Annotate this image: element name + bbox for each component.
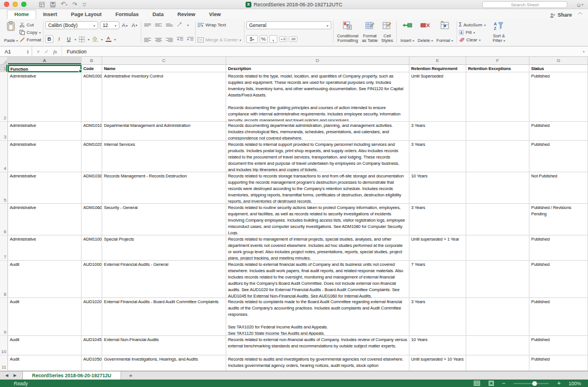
cell-F6[interactable] [466, 204, 529, 235]
row-header-3[interactable]: 3 [0, 122, 8, 141]
cell-C10[interactable]: External Non-Financial Audits [102, 336, 226, 355]
cell-E3[interactable]: 3 Years [409, 122, 466, 141]
format-cells-button[interactable]: Format ▾ [435, 20, 455, 44]
save-icon[interactable] [50, 2, 56, 7]
close-window-button[interactable] [4, 2, 9, 7]
cell-A10[interactable]: Audit [8, 336, 82, 355]
cell-C9[interactable]: External Financial Audits - Board Audit … [102, 298, 226, 336]
share-button[interactable]: Share [550, 12, 572, 18]
row-header-8[interactable]: 8 [0, 261, 8, 298]
cell-G6[interactable]: Published / Revisions Pending [529, 204, 588, 235]
cell-A3[interactable]: Administrative [8, 122, 82, 141]
cell-D6[interactable]: Records related to routine security acti… [226, 204, 409, 235]
cell-F1[interactable]: Retention Exceptions [466, 65, 529, 72]
cell-G5[interactable]: Not Published [529, 172, 588, 204]
cell-D4[interactable]: Records related to internal support prov… [226, 141, 409, 172]
insert-function-icon[interactable]: fx [53, 49, 57, 55]
cell-B6[interactable]: ADM1060 [82, 204, 102, 235]
cell-F9[interactable] [466, 298, 529, 336]
wrap-text-button[interactable]: Wrap Text [198, 21, 242, 28]
column-header-G[interactable]: G [529, 57, 588, 65]
number-format-select[interactable]: General▾ [246, 21, 331, 29]
new-sheet-icon[interactable] [39, 2, 45, 7]
cell-B8[interactable]: AUD1000 [82, 261, 102, 298]
align-top-icon[interactable] [144, 24, 151, 26]
zoom-out-button[interactable]: − [502, 381, 506, 386]
increase-font-icon[interactable]: A▲ [121, 21, 129, 29]
copy-button[interactable]: Copy ▾ [20, 29, 41, 36]
cell-A2[interactable]: Administrative [8, 72, 82, 122]
cell-C3[interactable]: Departmental Management and Administrati… [102, 122, 226, 141]
decrease-font-icon[interactable]: A▼ [131, 21, 139, 29]
cell-D9[interactable]: Records related to complaints made to th… [226, 298, 409, 336]
undo-icon[interactable]: ↶▾ [61, 1, 67, 7]
column-header-A[interactable]: A [8, 57, 82, 65]
cell-A8[interactable]: Audit [8, 261, 82, 298]
cell-D5[interactable]: Records related to records storage trans… [226, 172, 409, 204]
name-box[interactable]: A1 ▲▼ [0, 47, 32, 56]
align-middle-icon[interactable] [155, 24, 162, 26]
cut-button[interactable]: Cut [20, 21, 41, 28]
cell-F5[interactable] [466, 172, 529, 204]
cell-B9[interactable]: AUD1020 [82, 298, 102, 336]
cell-B1[interactable]: Code [82, 65, 102, 72]
cancel-entry-icon[interactable]: × [37, 49, 40, 55]
cell-E10[interactable]: 10 Years [409, 336, 466, 355]
cell-F10[interactable] [466, 336, 529, 355]
orientation-icon[interactable] [177, 21, 183, 28]
name-box-stepper[interactable]: ▲▼ [26, 49, 29, 54]
cell-B11[interactable]: AUD1050 [82, 355, 102, 371]
tab-formulas[interactable]: Formulas [109, 10, 146, 19]
cell-A5[interactable]: Administrative [8, 172, 82, 204]
cell-B3[interactable]: ADM1010 [82, 122, 102, 141]
cell-C1[interactable]: Name [102, 65, 226, 72]
currency-format-button[interactable]: $▾ [246, 35, 258, 43]
cell-B2[interactable]: ADM1000 [82, 72, 102, 122]
fill-color-icon[interactable] [91, 35, 99, 43]
cell-C5[interactable]: Records Management - Records Destruction [102, 172, 226, 204]
cell-C11[interactable]: Governmental Investigations, Hearings, a… [102, 355, 226, 371]
cell-G9[interactable]: Published [529, 298, 588, 336]
next-sheet-icon[interactable]: ▶ [13, 373, 16, 378]
paste-button[interactable]: Paste ▾ [2, 20, 20, 44]
row-header-7[interactable]: 7 [0, 235, 8, 261]
cell-F11[interactable] [466, 355, 529, 371]
decrease-decimal-icon[interactable]: .00 [289, 36, 297, 42]
column-header-F[interactable]: F [466, 57, 529, 65]
zoom-slider[interactable] [513, 383, 549, 384]
column-header-D[interactable]: D [226, 57, 409, 65]
confirm-entry-icon[interactable]: ✓ [44, 49, 49, 55]
cell-E1[interactable]: Retention Requirement [409, 65, 466, 72]
percent-format-button[interactable]: % [260, 35, 268, 43]
borders-icon[interactable] [78, 35, 86, 43]
cell-F8[interactable] [466, 261, 529, 298]
cell-E7[interactable]: Until superseded + 1 Year [409, 235, 466, 261]
cell-G3[interactable]: Published [529, 122, 588, 141]
cell-G4[interactable]: Published [529, 141, 588, 172]
zoom-window-button[interactable] [21, 2, 26, 7]
font-name-select[interactable]: Calibri (Body)▾ [45, 21, 98, 29]
cell-B7[interactable]: ADM1100 [82, 235, 102, 261]
format-painter-button[interactable]: Format [20, 36, 41, 43]
row-header-4[interactable]: 4 [0, 141, 8, 172]
cell-D3[interactable]: Records documenting departmental adminis… [226, 122, 409, 141]
cell-A4[interactable]: Administrative [8, 141, 82, 172]
comma-format-button[interactable]: , [269, 35, 277, 43]
minimize-window-button[interactable] [13, 2, 18, 7]
align-right-icon[interactable] [166, 38, 173, 42]
sort-filter-button[interactable]: AZ Sort & Filter ▾ [491, 20, 507, 44]
row-header-1[interactable]: 1 [0, 65, 8, 72]
cell-B5[interactable]: ADM1030 [82, 172, 102, 204]
row-header-11[interactable]: 11 [0, 355, 8, 371]
cell-E2[interactable]: Until Superseded [409, 72, 466, 122]
tab-review[interactable]: Review [171, 10, 202, 19]
cell-C4[interactable]: Internal Services [102, 141, 226, 172]
cell-F4[interactable] [466, 141, 529, 172]
cell-D7[interactable]: Records related to management of interna… [226, 235, 409, 261]
search-input[interactable]: Search Sheet [482, 1, 567, 8]
row-header-10[interactable]: 10 [0, 336, 8, 355]
fill-button[interactable]: Fill ▾ [459, 29, 491, 36]
row-header-2[interactable]: 2 [0, 72, 8, 122]
font-size-select[interactable]: 12▾ [100, 21, 119, 29]
cell-E6[interactable]: 3 Years [409, 204, 466, 235]
